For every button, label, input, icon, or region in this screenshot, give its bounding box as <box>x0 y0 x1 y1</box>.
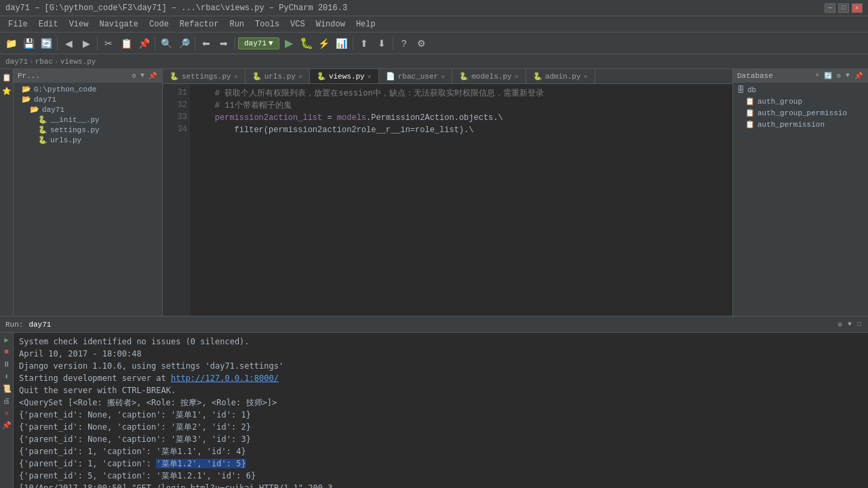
run-restart-icon[interactable]: ▶ <box>1 334 12 345</box>
profile-button[interactable]: 📊 <box>334 35 350 52</box>
breadcrumb: day71 › rbac › views.py <box>0 54 868 69</box>
server-url-link[interactable]: http://127.0.0.1:8000/ <box>171 373 279 383</box>
settings-btn[interactable]: ⚙ <box>414 35 430 52</box>
toolbar-copy-btn[interactable]: 📋 <box>118 35 134 52</box>
db-refresh-btn[interactable]: 🔄 <box>823 71 833 81</box>
run-config-selector[interactable]: day71 ▼ <box>238 37 279 49</box>
breadcrumb-sep1: › <box>29 58 34 66</box>
chevron-down-icon: ▼ <box>269 39 273 47</box>
menu-navigate[interactable]: Navigate <box>94 18 144 30</box>
menu-file[interactable]: File <box>3 18 33 30</box>
proj-gear-btn[interactable]: ▼ <box>139 71 146 81</box>
tree-item-settings[interactable]: 🐍 settings.py <box>14 125 162 135</box>
maximize-button[interactable]: □ <box>838 3 849 13</box>
run-button[interactable]: ▶ <box>281 35 297 52</box>
code-content[interactable]: # 获取个人所有权限列表，放置在session中，缺点：无法获取实时权限信息，需… <box>190 84 732 316</box>
toolbar-paste-btn[interactable]: 📌 <box>136 35 152 52</box>
breadcrumb-rbac[interactable]: rbac <box>35 58 53 66</box>
toolbar-back-btn[interactable]: ◀ <box>60 35 77 52</box>
toolbar-search-btn[interactable]: 🔍 <box>158 35 174 52</box>
help-btn[interactable]: ? <box>396 35 412 52</box>
python-file-icon: 🐍 <box>38 125 47 134</box>
tab-rbac-user[interactable]: 📄 rbac_user ✕ <box>379 69 452 83</box>
toolbar-replace-btn[interactable]: 🔎 <box>176 35 192 52</box>
menu-help[interactable]: Help <box>351 18 381 30</box>
toolbar-nav-back-btn[interactable]: ⬅ <box>198 35 214 52</box>
db-pin-btn[interactable]: 📌 <box>853 71 864 81</box>
tree-item-init[interactable]: 🐍 __init__.py <box>14 115 162 125</box>
menu-edit[interactable]: Edit <box>33 18 64 30</box>
breadcrumb-day71[interactable]: day71 <box>5 58 28 66</box>
favorites-icon[interactable]: ⭐ <box>1 85 12 96</box>
run-pause-icon[interactable]: ⏸ <box>1 359 12 369</box>
run-maximize-icon[interactable]: □ <box>856 320 863 329</box>
tree-item-day71[interactable]: 📂 day71 <box>14 94 162 104</box>
db-gear-btn[interactable]: ▼ <box>844 71 851 81</box>
menu-window[interactable]: Window <box>311 18 351 30</box>
tab-label: urls.py <box>264 73 296 81</box>
db-item-auth-group-perm[interactable]: 📋 auth_group_permissio <box>733 107 868 119</box>
vcs-update-btn[interactable]: ⬆ <box>356 35 372 52</box>
toolbar-project-btn[interactable]: 📁 <box>3 35 19 52</box>
toolbar-cut-btn[interactable]: ✂ <box>100 35 117 52</box>
minimize-button[interactable]: — <box>825 3 835 13</box>
run-output[interactable]: System check identified no issues (0 sil… <box>14 333 868 488</box>
menu-code[interactable]: Code <box>144 18 174 30</box>
run-output-line: {'parent_id': 1, 'caption': '菜单1.1', 'id… <box>19 445 863 458</box>
run-output-line: Starting development server at http://12… <box>19 372 863 384</box>
close-button[interactable]: ✕ <box>852 3 863 13</box>
tab-close-urls[interactable]: ✕ <box>298 73 302 81</box>
coverage-button[interactable]: ⚡ <box>316 35 332 52</box>
tab-urls[interactable]: 🐍 urls.py ✕ <box>245 69 310 83</box>
menu-view[interactable]: View <box>64 18 94 30</box>
run-step-icon[interactable]: ⬇ <box>1 371 12 382</box>
toolbar-save-btn[interactable]: 💾 <box>20 35 37 52</box>
tab-close-admin[interactable]: ✕ <box>583 73 587 81</box>
run-pin-icon[interactable]: 📌 <box>1 420 12 430</box>
tab-models[interactable]: 🐍 models.py ✕ <box>452 69 526 83</box>
project-toolbar: ⚙ ▼ 📌 <box>131 71 158 81</box>
db-item-auth-permission[interactable]: 📋 auth_permission <box>733 119 868 130</box>
folder-open-icon: 📂 <box>22 95 31 104</box>
code-editor[interactable]: 31323334 # 获取个人所有权限列表，放置在session中，缺点：无法获… <box>163 84 732 316</box>
toolbar-forward-btn[interactable]: ▶ <box>78 35 94 52</box>
run-minimize-icon[interactable]: ▼ <box>846 320 853 329</box>
run-settings-icon[interactable]: ⚙ <box>837 320 844 329</box>
run-print-icon[interactable]: 🖨 <box>1 395 12 406</box>
tree-item-day71-root[interactable]: 📂 G:\python_code <box>14 84 162 94</box>
tab-close-rbac[interactable]: ✕ <box>441 73 445 81</box>
menu-tools[interactable]: Tools <box>250 18 285 30</box>
run-close-icon[interactable]: ✕ <box>1 407 12 418</box>
tab-views[interactable]: 🐍 views.py ✕ <box>310 69 379 83</box>
menu-run[interactable]: Run <box>224 18 250 30</box>
menu-vcs[interactable]: VCS <box>285 18 311 30</box>
structure-icon[interactable]: 📋 <box>1 72 12 83</box>
toolbar: 📁 💾 🔄 ◀ ▶ ✂ 📋 📌 🔍 🔎 ⬅ ➡ day71 ▼ ▶ 🐛 ⚡ 📊 … <box>0 33 868 54</box>
tab-close-models[interactable]: ✕ <box>515 73 519 81</box>
run-scroll-icon[interactable]: 📜 <box>1 383 12 394</box>
breadcrumb-views[interactable]: views.py <box>60 58 96 66</box>
db-item-auth-group[interactable]: 📋 auth_group <box>733 96 868 107</box>
db-label: auth_group_permissio <box>757 109 847 117</box>
tab-settings[interactable]: 🐍 settings.py ✕ <box>163 69 245 83</box>
db-settings-btn[interactable]: ⚙ <box>835 71 842 81</box>
file-icon: 🐍 <box>252 72 262 81</box>
proj-settings-btn[interactable]: ⚙ <box>131 71 138 81</box>
db-add-btn[interactable]: + <box>814 71 821 81</box>
debug-button[interactable]: 🐛 <box>298 35 315 52</box>
tab-label: settings.py <box>182 73 231 81</box>
tree-label: day71 <box>42 106 64 114</box>
tab-close-views[interactable]: ✕ <box>368 73 372 81</box>
db-item-db[interactable]: 🗄 db <box>733 84 868 96</box>
toolbar-sync-btn[interactable]: 🔄 <box>38 35 54 52</box>
tree-item-day71-sub[interactable]: 📂 day71 <box>14 104 162 115</box>
tree-item-urls[interactable]: 🐍 urls.py <box>14 135 162 145</box>
vcs-commit-btn[interactable]: ⬇ <box>374 35 390 52</box>
database-panel: Database + 🔄 ⚙ ▼ 📌 🗄 db 📋 auth_group 📋 a… <box>732 69 868 316</box>
tab-close-settings[interactable]: ✕ <box>234 73 238 81</box>
menu-refactor[interactable]: Refactor <box>174 18 224 30</box>
toolbar-nav-fwd-btn[interactable]: ➡ <box>216 35 232 52</box>
proj-pin-btn[interactable]: 📌 <box>147 71 158 81</box>
tab-admin[interactable]: 🐍 admin.py ✕ <box>526 69 595 83</box>
run-stop-icon[interactable]: ■ <box>1 346 12 357</box>
